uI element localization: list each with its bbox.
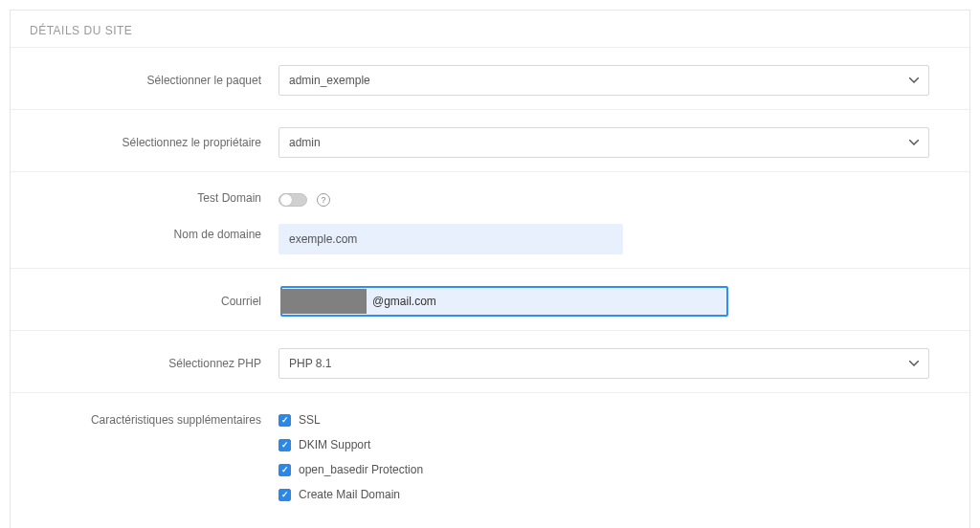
select-owner[interactable]: admin bbox=[278, 127, 929, 158]
checkbox-maildomain[interactable]: ✓ bbox=[278, 489, 291, 501]
label-email: Courriel bbox=[30, 295, 278, 308]
checkbox-openbasedir[interactable]: ✓ bbox=[278, 464, 291, 476]
feature-dkim: ✓ DKIM Support bbox=[278, 435, 929, 454]
select-package[interactable]: admin_exemple bbox=[278, 65, 929, 96]
redacted-block bbox=[280, 289, 367, 314]
label-package: Sélectionner le paquet bbox=[30, 74, 278, 87]
panel-title: DÉTAILS DU SITE bbox=[11, 11, 969, 47]
feature-label: DKIM Support bbox=[299, 438, 370, 451]
feature-label: SSL bbox=[299, 413, 321, 427]
row-package: Sélectionner le paquet admin_exemple bbox=[11, 48, 969, 110]
row-features: Caractéristiques supplémentaires ✓ SSL ✓… bbox=[11, 393, 969, 525]
feature-label: Create Mail Domain bbox=[299, 488, 400, 501]
toggle-test-domain[interactable] bbox=[278, 193, 307, 207]
label-test-domain: Test Domain bbox=[30, 191, 261, 205]
select-php[interactable]: PHP 8.1 bbox=[278, 348, 929, 379]
site-details-panel: DÉTAILS DU SITE Sélectionner le paquet a… bbox=[10, 10, 970, 528]
checkbox-ssl[interactable]: ✓ bbox=[278, 414, 291, 427]
label-features: Caractéristiques supplémentaires bbox=[30, 410, 278, 427]
feature-label: open_basedir Protection bbox=[299, 463, 423, 476]
checkbox-dkim[interactable]: ✓ bbox=[278, 439, 291, 451]
row-php: Sélectionnez PHP PHP 8.1 bbox=[11, 331, 969, 393]
feature-ssl: ✓ SSL bbox=[278, 410, 929, 429]
row-owner: Sélectionnez le propriétaire admin bbox=[11, 110, 969, 172]
label-owner: Sélectionnez le propriétaire bbox=[30, 136, 278, 149]
feature-maildomain: ✓ Create Mail Domain bbox=[278, 485, 929, 504]
feature-openbasedir: ✓ open_basedir Protection bbox=[278, 460, 929, 479]
row-email: Courriel bbox=[11, 269, 969, 331]
label-domain: Nom de domaine bbox=[30, 228, 261, 241]
input-domain[interactable] bbox=[278, 224, 623, 254]
row-domain-block: Test Domain Nom de domaine ? bbox=[11, 172, 969, 269]
help-icon[interactable]: ? bbox=[317, 193, 330, 207]
label-php: Sélectionnez PHP bbox=[30, 357, 278, 370]
